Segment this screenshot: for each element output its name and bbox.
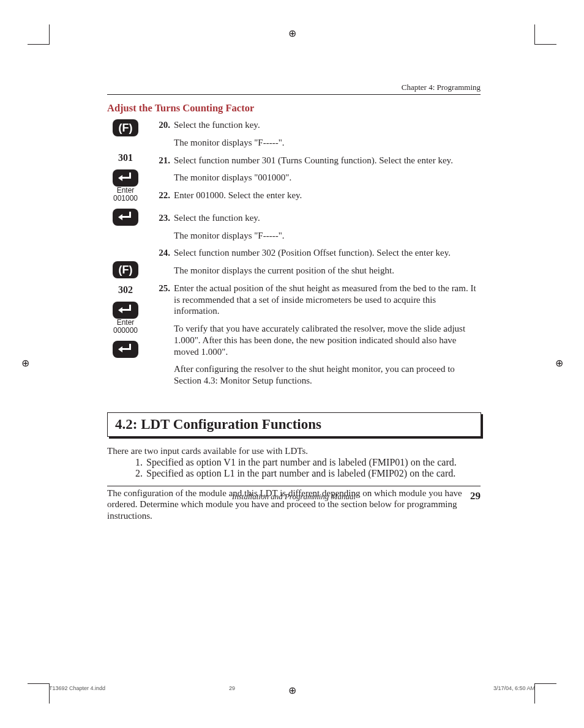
step-note: The monitor displays the current positio… (174, 265, 481, 277)
step-note: The monitor displays "F-----". (174, 137, 481, 149)
enum-item-1: 1 Specified as option V1 in the part num… (132, 457, 481, 468)
enum-text: Specified as option V1 in the part numbe… (146, 457, 457, 468)
sidebar-value-001000: 001000 (113, 195, 138, 202)
step-list: 20 Select the function key. The monitor … (155, 119, 481, 393)
step-24: 24 Select function number 302 (Position … (155, 247, 481, 259)
sidebar-number-301: 301 (118, 152, 133, 163)
enter-key-icon (113, 169, 138, 187)
step-note: The monitor displays "F-----". (174, 230, 481, 242)
step-25: 25 Enter the actual position of the shut… (155, 283, 481, 317)
function-key-label: (F) (119, 122, 133, 135)
step-note: To verify that you have accurately calib… (174, 323, 481, 357)
step-number: 23 (155, 212, 174, 224)
sidebar-number-302: 302 (118, 284, 133, 295)
step-22: 22 Enter 001000. Select the enter key. (155, 190, 481, 201)
step-number: 24 (155, 247, 174, 259)
enter-key-icon (113, 209, 138, 226)
crop-mark (28, 683, 49, 684)
footer-page-number: 29 (456, 490, 481, 502)
section-heading: 4.2: LDT Configuration Functions (107, 412, 481, 437)
step-number: 21 (155, 155, 174, 166)
step-number: 22 (155, 190, 174, 201)
chapter-header: Chapter 4: Programming (107, 83, 481, 95)
footer-title: Installation and Programming Manual (132, 492, 456, 502)
imposition-datetime: 3/17/04, 6:50 AM (493, 685, 535, 691)
crop-mark (28, 44, 49, 45)
function-key-icon: (F) (113, 261, 138, 278)
function-key-icon: (F) (113, 119, 138, 136)
crop-mark (535, 44, 556, 45)
step-23: 23 Select the function key. (155, 212, 481, 224)
step-21: 21 Select function number 301 (Turns Cou… (155, 155, 481, 166)
page-content: Chapter 4: Programming Adjust the Turns … (107, 83, 481, 522)
page-footer: Installation and Programming Manual 29 (107, 486, 481, 502)
step-number: 25 (155, 283, 174, 317)
crop-mark (535, 683, 556, 684)
step-note: After configuring the resolver to the sh… (174, 363, 481, 387)
enter-key-icon (113, 341, 138, 358)
enum-number: 1 (132, 457, 146, 468)
registration-mark-icon: ⊕ (553, 358, 564, 369)
subsection-heading: Adjust the Turns Counting Factor (107, 102, 481, 114)
step-note: The monitor displays "001000". (174, 172, 481, 184)
enum-number: 2 (132, 468, 146, 479)
step-text: Select the function key. (174, 119, 481, 131)
registration-mark-icon: ⊕ (286, 28, 298, 39)
crop-mark (534, 24, 535, 45)
step-text: Enter 001000. Select the enter key. (174, 190, 481, 201)
sidebar-value-000000: 000000 (113, 327, 138, 335)
step-number: 20 (155, 119, 174, 131)
enum-item-2: 2 Specified as option L1 in the part num… (132, 468, 481, 479)
intro-paragraph: There are two input cards available for … (107, 445, 481, 457)
enter-key-icon (113, 302, 138, 319)
step-text: Select function number 301 (Turns Counti… (174, 155, 481, 166)
step-text: Enter the actual position of the shut he… (174, 283, 481, 317)
procedure-block: (F) 301 Enter 001000 (F) 302 (107, 119, 481, 393)
step-text: Select function number 302 (Position Off… (174, 247, 481, 259)
crop-mark (49, 24, 50, 45)
key-sidebar: (F) 301 Enter 001000 (F) 302 (107, 119, 144, 393)
function-key-label: (F) (119, 264, 133, 277)
enum-text: Specified as option L1 in the part numbe… (146, 468, 455, 479)
imposition-page: 29 (229, 685, 235, 691)
step-20: 20 Select the function key. (155, 119, 481, 131)
enumeration: 1 Specified as option V1 in the part num… (132, 457, 481, 479)
registration-mark-icon: ⊕ (20, 358, 31, 369)
step-text: Select the function key. (174, 212, 481, 224)
imposition-file: T13692 Chapter 4.indd (49, 685, 105, 691)
imposition-line: T13692 Chapter 4.indd 29 3/17/04, 6:50 A… (49, 685, 535, 691)
